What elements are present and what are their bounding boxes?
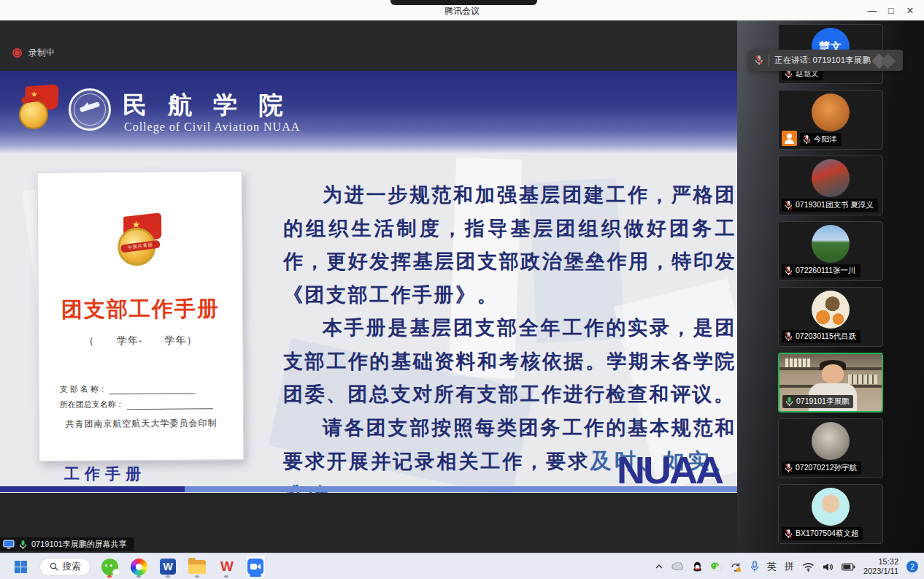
participant-avatar [812, 159, 850, 197]
ime-english-indicator[interactable]: 英 [767, 560, 777, 573]
speaking-tooltip-text: 正在讲话: 0719101李展鹏 [774, 55, 871, 66]
tencent-meeting-window: 腾讯会议 — □ ✕ 录制中 ★ 民 航 学 院 College of Civi… [0, 0, 924, 579]
shared-screen-slide: ★ 民 航 学 院 College of Civil Aviation NUAA… [0, 71, 737, 493]
league-badge-icon: ★ [19, 84, 60, 129]
participant-list: 慧文 赵慧文 今阳洋 [778, 24, 883, 550]
mic-icon [785, 266, 793, 276]
tray-volume-icon[interactable] [823, 562, 833, 572]
maximize-button[interactable]: □ [882, 0, 901, 20]
color-wheel-icon [131, 559, 147, 575]
mic-icon [785, 463, 793, 473]
participant-name: 072030115代吕跃 [796, 331, 856, 342]
branch-name-label: 支 部 名 称： [60, 383, 107, 394]
tray-clock[interactable]: 15:32 2023/1/11 [863, 557, 898, 576]
booklet-year-line: （ 学年- 学年） [39, 334, 242, 348]
participant-tile[interactable]: 072260111张一川 [778, 221, 883, 281]
participant-nameplate: 072070212孙宇航 [782, 461, 861, 475]
booklet-publisher: 共青团南京航空航天大学委员会印制 [39, 417, 243, 431]
watermark-logo [872, 52, 901, 69]
participant-nameplate: BX1707504蔡文超 [782, 527, 863, 540]
taskbar-app-file-explorer[interactable] [187, 555, 207, 578]
tray-battery-icon[interactable] [842, 563, 855, 571]
file-explorer-icon [188, 560, 206, 574]
monitor-share-icon [3, 540, 15, 549]
mic-live-icon [19, 540, 27, 550]
tray-chevron-icon[interactable] [655, 564, 663, 570]
recording-dot-icon [12, 48, 22, 58]
mic-muted-icon [755, 55, 763, 66]
nuaa-logo: NUAA [617, 449, 722, 492]
participant-tile[interactable]: 072070212孙宇航 [778, 418, 883, 478]
ime-pinyin-indicator[interactable]: 拼 [785, 560, 794, 573]
committee-name-line [127, 400, 213, 410]
participant-avatar [812, 225, 850, 263]
branch-name-line [109, 385, 196, 394]
participant-name: 0719301团支书 夏淳义 [796, 200, 874, 210]
participant-nameplate: 072260111张一川 [782, 264, 861, 277]
start-button[interactable] [10, 555, 31, 578]
taskbar-search[interactable]: 搜索 [39, 558, 91, 576]
taskbar-app-tencent-meeting[interactable] [245, 555, 266, 578]
participant-nameplate: 今阳洋 [800, 133, 842, 146]
participant-avatar [812, 291, 850, 329]
search-icon [50, 562, 58, 571]
recording-indicator: 录制中 [12, 47, 55, 59]
league-emblem-icon: ★ 中国共青团 [116, 215, 165, 270]
tray-qq-icon[interactable] [693, 561, 702, 572]
tray-mic-icon[interactable] [750, 561, 759, 572]
meeting-hoverbar-handle[interactable] [390, 0, 537, 5]
booklet-form: 支 部 名 称： 所在团总支名称： [60, 382, 213, 413]
participant-tile[interactable]: 0719101李展鹏 [778, 353, 883, 413]
minimize-button[interactable]: — [863, 0, 882, 20]
participant-tile[interactable]: 0719301团支书 夏淳义 [778, 156, 883, 215]
participant-avatar [812, 488, 850, 526]
mic-icon [785, 529, 793, 539]
participant-tile[interactable]: 今阳洋 [778, 90, 883, 150]
participant-name: 072070212孙宇航 [796, 463, 857, 473]
taskbar-app-word[interactable]: W [158, 555, 178, 578]
slide-body-text: 为进一步规范和加强基层团建工作，严格团的组织生活制度，指导基层团组织做好团务工作… [283, 179, 736, 493]
windows-taskbar: 搜索 W W [0, 553, 924, 579]
participant-tile[interactable]: 072030115代吕跃 [778, 287, 883, 347]
search-label: 搜索 [63, 561, 81, 573]
slide-caption: 工作手册 [64, 464, 146, 484]
tray-time: 15:32 [863, 557, 898, 567]
slide-header-band: ★ 民 航 学 院 College of Civil Aviation NUAA [0, 71, 737, 153]
mic-icon [785, 396, 793, 407]
committee-name-label: 所在团总支名称： [60, 398, 124, 410]
participant-avatar [812, 422, 850, 460]
participant-avatar [812, 93, 850, 131]
wps-icon: W [220, 559, 232, 575]
participant-nameplate: 072030115代吕跃 [782, 330, 861, 343]
wechat-icon [101, 559, 118, 575]
windows-logo-icon [15, 561, 27, 573]
taskbar-app-color-wheel[interactable] [128, 555, 149, 578]
recording-label: 录制中 [28, 47, 55, 59]
tray-sync-icon[interactable] [730, 561, 742, 572]
close-button[interactable]: ✕ [901, 0, 920, 20]
participant-name: BX1707504蔡文超 [796, 529, 858, 539]
tray-wifi-icon[interactable] [802, 562, 815, 572]
participant-name: 今阳洋 [814, 134, 837, 145]
mic-icon [785, 331, 793, 342]
taskbar-app-wps[interactable]: W [216, 555, 236, 578]
slide-footer-bar-progress [0, 486, 185, 492]
booklet-title: 团支部工作手册 [39, 294, 242, 325]
notification-badge[interactable]: 2 [906, 561, 918, 572]
tray-cloud-icon[interactable] [671, 562, 685, 571]
screen-share-label: 0719101李展鹏的屏幕共享 [31, 539, 127, 550]
taskbar-app-wechat[interactable] [99, 555, 120, 578]
speaking-tooltip: 正在讲话: 0719101李展鹏 [749, 50, 903, 71]
university-emblem-icon [69, 88, 111, 131]
participant-nameplate: 0719101李展鹏 [782, 395, 853, 408]
booklet-cover: ★ 中国共青团 团支部工作手册 （ 学年- 学年） 支 部 名 称： 所在团总支… [37, 171, 245, 461]
mic-icon [785, 200, 793, 210]
college-subtitle: College of Civil Aviation NUAA [124, 120, 300, 134]
word-icon: W [160, 559, 176, 575]
participant-tile[interactable]: BX1707504蔡文超 [778, 484, 883, 544]
tray-wechat-icon[interactable] [710, 561, 722, 572]
paragraph-1: 为进一步规范和加强基层团建工作，严格团的组织生活制度，指导基层团组织做好团务工作… [283, 179, 736, 312]
window-title: 腾讯会议 [0, 5, 924, 18]
screen-share-banner: 0719101李展鹏的屏幕共享 [0, 537, 134, 551]
tray-date: 2023/1/11 [863, 567, 898, 576]
